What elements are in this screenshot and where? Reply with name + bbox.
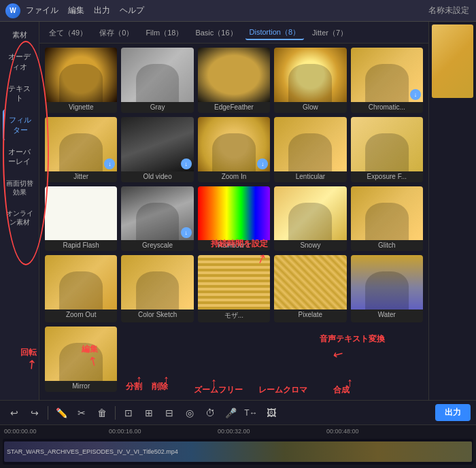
filter-tabs: 全て（49） 保存（0） Film（18） Basic（16） Distorti… [39, 22, 428, 44]
filter-thumb-inner-mirror [45, 327, 117, 381]
download-badge-jitter[interactable]: ↓ [104, 158, 115, 169]
download-badge-chromatic[interactable]: ↓ [410, 89, 421, 100]
filter-thumb-rainbow1 [198, 186, 270, 241]
tab-all[interactable]: 全て（49） [45, 27, 91, 39]
filter-label-exposuref: Exposure F... [351, 171, 423, 182]
filter-thumb-inner-oldvideo: ↓ [121, 117, 193, 171]
menu-file[interactable]: ファイル [26, 5, 58, 16]
filter-item-gray[interactable]: Gray [121, 48, 193, 113]
menu-help[interactable]: ヘルプ [120, 5, 144, 16]
text-edit-button[interactable]: T↔ [242, 404, 260, 422]
filter-thumb-lenticular [274, 117, 346, 171]
filter-item-mirror[interactable]: Mirror [45, 327, 117, 392]
filter-thumb-chromatic: ↓ [351, 48, 423, 102]
filter-thumb-greyscale: ↓ [121, 186, 193, 241]
filter-item-exposuref[interactable]: Exposure F... [351, 117, 423, 182]
undo-button[interactable]: ↩ [5, 404, 23, 422]
timeline-track[interactable]: STAR_WARS_ARCHIVES_EPISODES_IV_V_VI_Titl… [3, 439, 473, 465]
sidebar-item-filter[interactable]: フィルター [3, 110, 37, 140]
preview-image [432, 24, 473, 98]
filter-label-vignette: Vignette [45, 102, 117, 113]
filter-thumb-glitch [351, 186, 423, 241]
filter-item-water[interactable]: Water [351, 255, 423, 322]
export-button[interactable]: 出力 [435, 404, 471, 421]
timeline-timebar: 00:00:00.00 00:00:16.00 00:00:32.00 00:0… [0, 425, 476, 437]
sidebar-item-text[interactable]: テキスト [3, 78, 37, 109]
filter-item-edgefeather[interactable]: EdgeFeather [198, 48, 270, 113]
menu-edit[interactable]: 編集 [68, 5, 84, 16]
delete-button[interactable]: 🗑 [93, 404, 111, 422]
image-button[interactable]: 🖼 [262, 404, 280, 422]
filter-item-pixelate[interactable]: Pixelate [274, 255, 346, 322]
filter-thumb-snowy [274, 186, 346, 241]
filter-label-gray: Gray [121, 102, 193, 113]
filter-item-zoomout[interactable]: Zoom Out [45, 255, 117, 322]
filter-thumb-mosaic [198, 255, 270, 310]
filter-label-glitch: Glitch [351, 240, 423, 251]
tab-basic[interactable]: Basic（16） [191, 27, 241, 39]
filter-thumb-inner-zoomin: ↓ [198, 117, 270, 171]
filter-thumb-inner-gray [121, 48, 193, 102]
tab-save[interactable]: 保存（0） [95, 27, 137, 39]
pencil-button[interactable]: ✏️ [52, 404, 70, 422]
filter-grid: VignetteGrayEdgeFeatherGlow↓Chromatic...… [39, 44, 428, 400]
tab-jitter[interactable]: Jitter（7） [308, 27, 352, 39]
filter-thumb-glow [274, 48, 346, 102]
filter-thumb-inner-glow [274, 48, 346, 102]
filter-item-rapidflash[interactable]: Rapid Flash [45, 186, 117, 252]
filter-thumb-exposuref [351, 117, 423, 171]
filter-thumb-inner-glitch [351, 186, 423, 241]
download-badge-zoomin[interactable]: ↓ [257, 158, 268, 169]
filter-item-glitch[interactable]: Glitch [351, 186, 423, 252]
filter-label-mirror: Mirror [45, 381, 117, 392]
content-area: 全て（49） 保存（0） Film（18） Basic（16） Distorti… [39, 22, 428, 400]
filter-item-snowy[interactable]: Snowy [274, 186, 346, 252]
filter-thumb-oldvideo: ↓ [121, 117, 193, 171]
filter-item-rainbow1[interactable]: Rainbow 1 [198, 186, 270, 252]
filter-label-water: Water [351, 310, 423, 320]
filter-item-colorsketch[interactable]: Color Sketch [121, 255, 193, 322]
filter-item-zoomin[interactable]: ↓Zoom In [198, 117, 270, 182]
filter-thumb-inner-chromatic: ↓ [351, 48, 423, 102]
filter-item-glow[interactable]: Glow [274, 48, 346, 113]
redo-button[interactable]: ↪ [26, 404, 44, 422]
filter-item-lenticular[interactable]: Lenticular [274, 117, 346, 182]
sidebar-item-sozai[interactable]: 素材 [3, 24, 37, 45]
filter-item-oldvideo[interactable]: ↓Old video [121, 117, 193, 182]
download-badge-greyscale[interactable]: ↓ [181, 227, 192, 238]
filter-thumb-edgefeather [198, 48, 270, 102]
filter-item-vignette[interactable]: Vignette [45, 48, 117, 113]
crop-button[interactable]: ⊡ [120, 404, 137, 422]
filter-label-rapidflash: Rapid Flash [45, 240, 117, 251]
filter-thumb-inner-snowy [274, 186, 346, 241]
sidebar-item-online[interactable]: オンライン素材 [3, 203, 37, 232]
grid-button[interactable]: ⊟ [160, 404, 178, 422]
filter-item-chromatic[interactable]: ↓Chromatic... [351, 48, 423, 113]
filter-item-jitter[interactable]: ↓Jitter [45, 117, 117, 182]
preview-panel [432, 24, 473, 98]
bottom-area: ↩ ↪ ✏️ ✂ 🗑 ⊡ ⊞ ⊟ ◎ ⏱ 🎤 T↔ 🖼 出力 00:00:00.… [0, 400, 476, 468]
menu-output[interactable]: 出力 [94, 5, 110, 16]
filter-label-rainbow1: Rainbow 1 [198, 240, 270, 251]
filter-thumb-inner-pixelate [274, 255, 346, 310]
filter-thumb-inner-rapidflash [45, 186, 117, 241]
circle-button[interactable]: ◎ [181, 404, 199, 422]
time-2: 00:00:32.00 [218, 428, 250, 435]
filter-thumb-inner-vignette [45, 48, 117, 102]
cut-button[interactable]: ✂ [73, 404, 90, 422]
sidebar-item-audio[interactable]: オーディオ [3, 46, 37, 77]
toolbar-sep-1 [48, 406, 48, 420]
clock-button[interactable]: ⏱ [201, 404, 219, 422]
track-clip-main[interactable]: STAR_WARS_ARCHIVES_EPISODES_IV_V_VI_Titl… [4, 441, 472, 462]
filter-thumb-water [351, 255, 423, 310]
mic-button[interactable]: 🎤 [222, 404, 239, 422]
tab-film[interactable]: Film（18） [141, 27, 187, 39]
sidebar-item-overlay[interactable]: オーバーレイ [3, 141, 37, 172]
download-badge-oldvideo[interactable]: ↓ [181, 158, 192, 169]
sidebar-item-transition[interactable]: 画面切替効果 [3, 173, 37, 202]
filter-item-mosaic[interactable]: モザ... [198, 255, 270, 322]
filter-item-greyscale[interactable]: ↓Greyscale [121, 186, 193, 252]
tab-distortion[interactable]: Distortion（8） [245, 26, 305, 40]
scale-button[interactable]: ⊞ [140, 404, 158, 422]
filter-label-glow: Glow [274, 102, 346, 113]
